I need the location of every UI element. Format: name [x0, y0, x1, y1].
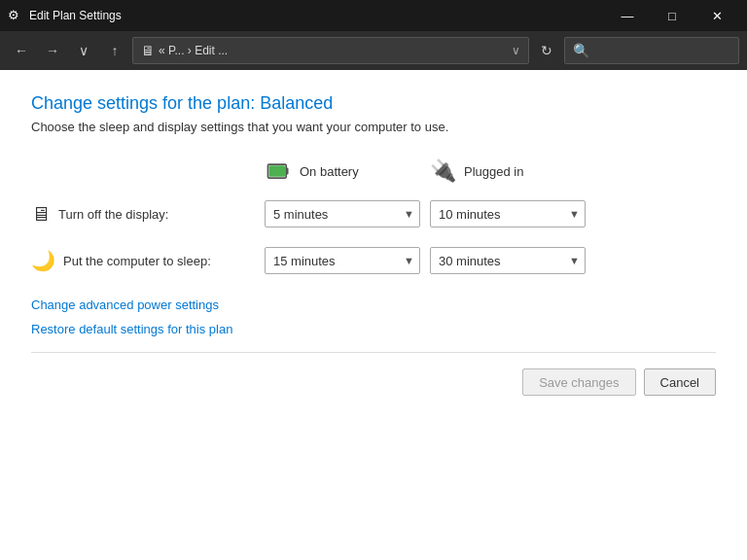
plugged-column-header: 🔌 Plugged in [430, 158, 595, 184]
address-dropdown-icon[interactable]: ∨ [512, 44, 520, 57]
button-bar: Save changes Cancel [31, 368, 716, 403]
window-controls: — □ ✕ [605, 0, 739, 31]
sleep-battery-dropdown[interactable]: 1 minute2 minutes3 minutes5 minutes10 mi… [265, 247, 420, 274]
settings-table: On battery 🔌 Plugged in 🖥 Turn off the d… [31, 158, 716, 274]
display-battery-dropdown-wrapper: 1 minute2 minutes3 minutes5 minutes10 mi… [265, 200, 420, 228]
dropdown-button[interactable]: ∨ [70, 37, 97, 64]
restore-button[interactable]: □ [650, 0, 694, 31]
close-button[interactable]: ✕ [694, 0, 739, 31]
plug-icon: 🔌 [430, 158, 456, 184]
minimize-button[interactable]: — [605, 0, 650, 31]
cancel-button[interactable]: Cancel [644, 368, 716, 396]
sleep-icon: 🌙 [31, 249, 55, 272]
sleep-plugged-dropdown-wrapper: 1 minute2 minutes3 minutes5 minutes10 mi… [430, 247, 586, 274]
display-setting-row: 🖥 Turn off the display: 1 minute2 minute… [31, 200, 716, 228]
up-button[interactable]: ↑ [101, 37, 128, 64]
display-icon: 🖥 [31, 203, 51, 226]
display-label: 🖥 Turn off the display: [31, 203, 265, 226]
address-bar[interactable]: 🖥 « P... › Edit ... ∨ [132, 37, 529, 64]
sleep-setting-row: 🌙 Put the computer to sleep: 1 minute2 m… [31, 247, 716, 274]
divider [31, 352, 716, 353]
sleep-label: 🌙 Put the computer to sleep: [31, 249, 265, 272]
battery-icon [265, 158, 292, 185]
sleep-plugged-dropdown[interactable]: 1 minute2 minutes3 minutes5 minutes10 mi… [430, 247, 586, 274]
display-label-text: Turn off the display: [58, 207, 168, 222]
plugged-column-label: Plugged in [464, 164, 523, 179]
display-plugged-dropdown[interactable]: 1 minute2 minutes3 minutes5 minutes10 mi… [430, 200, 586, 228]
refresh-button[interactable]: ↻ [533, 37, 560, 64]
battery-column-header: On battery [265, 158, 430, 185]
address-text: « P... › Edit ... [159, 44, 508, 57]
battery-column-label: On battery [300, 164, 359, 179]
svg-rect-1 [286, 168, 288, 175]
back-button[interactable]: ← [8, 37, 35, 64]
save-changes-button[interactable]: Save changes [522, 368, 635, 396]
navigation-bar: ← → ∨ ↑ 🖥 « P... › Edit ... ∨ ↻ 🔍 [0, 31, 747, 70]
page-subtitle: Choose the sleep and display settings th… [31, 120, 716, 134]
address-icon: 🖥 [141, 43, 155, 58]
main-content: Change settings for the plan: Balanced C… [0, 70, 747, 560]
page-title: Change settings for the plan: Balanced [31, 93, 716, 114]
window-title: Edit Plan Settings [29, 9, 605, 22]
search-icon: 🔍 [573, 43, 589, 58]
sleep-battery-dropdown-wrapper: 1 minute2 minutes3 minutes5 minutes10 mi… [265, 247, 420, 274]
advanced-power-settings-link[interactable]: Change advanced power settings [31, 298, 716, 312]
display-plugged-dropdown-wrapper: 1 minute2 minutes3 minutes5 minutes10 mi… [430, 200, 586, 228]
display-battery-dropdown[interactable]: 1 minute2 minutes3 minutes5 minutes10 mi… [265, 200, 420, 228]
title-bar: ⚙ Edit Plan Settings — □ ✕ [0, 0, 747, 31]
svg-rect-2 [269, 165, 285, 177]
settings-header-row: On battery 🔌 Plugged in [31, 158, 716, 185]
restore-defaults-link[interactable]: Restore default settings for this plan [31, 322, 716, 336]
forward-button[interactable]: → [39, 37, 66, 64]
app-icon: ⚙ [8, 8, 23, 23]
sleep-label-text: Put the computer to sleep: [63, 254, 211, 268]
search-box[interactable]: 🔍 [564, 37, 739, 64]
